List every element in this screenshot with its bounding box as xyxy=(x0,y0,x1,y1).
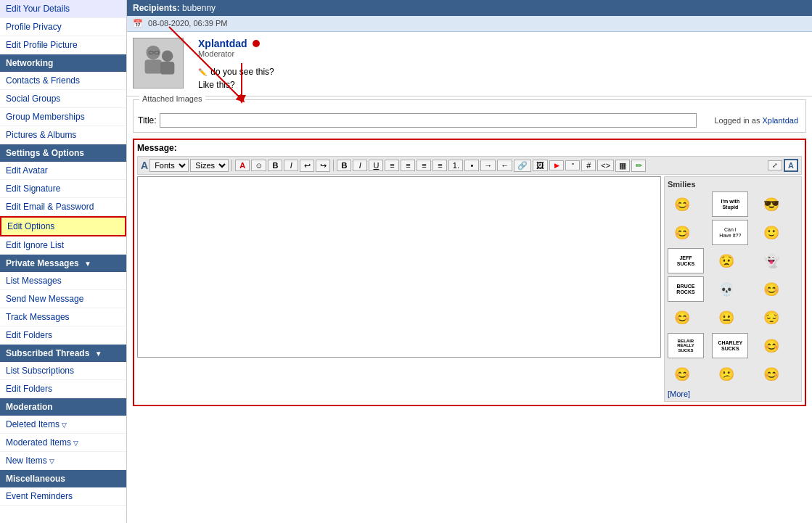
smiley-4[interactable]: 😊 xyxy=(757,276,786,302)
subscribed-threads-arrow: ▼ xyxy=(95,350,102,358)
section-miscellaneous: Miscellaneous xyxy=(0,470,126,487)
font-icon: A xyxy=(141,160,148,171)
eraser-btn[interactable]: ✏ xyxy=(631,160,646,172)
sidebar-item-event-reminders[interactable]: Event Reminders xyxy=(0,487,126,506)
sidebar-item-social-groups[interactable]: Social Groups xyxy=(0,90,126,108)
smiley-2[interactable]: 😊 xyxy=(668,220,697,245)
sidebar-item-edit-folders-2[interactable]: Edit Folders xyxy=(0,380,126,398)
smiley-5[interactable]: 😊 xyxy=(668,305,697,330)
post-content: Xplantdad Moderator ✏️ do you see this? … xyxy=(198,38,806,90)
smiley-bruce-rocks[interactable]: BRUCEROCKS xyxy=(668,276,704,302)
expand-btn[interactable]: ⤢ xyxy=(768,160,782,170)
image-btn[interactable]: 🖼 xyxy=(533,160,548,171)
smiley-charley[interactable]: CHARLEYSUCKS xyxy=(712,333,748,358)
sidebar-item-list-subscriptions[interactable]: List Subscriptions xyxy=(0,362,126,380)
sizes-select[interactable]: Sizes xyxy=(190,159,229,172)
redo-button[interactable]: ↪ xyxy=(316,160,330,172)
smiley-1[interactable]: 😊 xyxy=(668,192,697,217)
username-link[interactable]: Xplantdad xyxy=(198,38,247,49)
smiley-7[interactable]: 😊 xyxy=(668,361,697,387)
undo-button[interactable]: ↩ xyxy=(300,160,314,172)
online-indicator xyxy=(253,40,260,47)
ol-button[interactable]: 1. xyxy=(448,160,463,171)
sidebar-item-edit-ignore-list[interactable]: Edit Ignore List xyxy=(0,236,126,255)
edit-pencil-icon: ✏️ xyxy=(198,68,207,76)
indent-button[interactable]: → xyxy=(480,160,496,171)
sidebar-item-edit-your-details[interactable]: Edit Your Details xyxy=(0,0,126,18)
sidebar-item-group-memberships[interactable]: Group Memberships xyxy=(0,108,126,126)
smiley-can-i-have[interactable]: Can IHave It?? xyxy=(712,220,748,245)
sidebar-item-new-items[interactable]: New Items ▽ xyxy=(0,452,126,470)
youtube-btn[interactable]: ▶ xyxy=(549,160,564,170)
separator-2 xyxy=(333,160,334,171)
smiley-ghost[interactable]: 👻 xyxy=(757,248,786,273)
more-smilies-link[interactable]: [More] xyxy=(668,390,798,398)
smiley-cool[interactable]: 😎 xyxy=(757,192,786,217)
smiley-belair[interactable]: BELAIRREALLYSUCKS xyxy=(668,333,704,358)
title-input[interactable] xyxy=(160,113,697,128)
logged-in-user-link[interactable]: Xplantdad xyxy=(762,116,798,125)
sidebar-item-edit-signature[interactable]: Edit Signature xyxy=(0,180,126,198)
post-date-header: 📅 08-08-2020, 06:39 PM xyxy=(127,16,812,32)
italic-btn2[interactable]: I xyxy=(353,160,367,171)
sidebar-item-list-messages[interactable]: List Messages xyxy=(0,272,126,290)
hash-btn[interactable]: # xyxy=(581,160,596,171)
smiley-sad[interactable]: 😟 xyxy=(712,248,741,273)
message-textarea[interactable] xyxy=(137,176,661,358)
sidebar-item-edit-avatar[interactable]: Edit Avatar xyxy=(0,162,126,180)
sidebar-item-profile-privacy[interactable]: Profile Privacy xyxy=(0,18,126,36)
fonts-select[interactable]: Fonts xyxy=(149,159,189,172)
message-label: Message: xyxy=(137,143,802,153)
private-messages-arrow: ▼ xyxy=(84,260,91,268)
title-row: Title: Logged in as Xplantdad xyxy=(138,113,801,128)
smilies-title: Smilies xyxy=(668,180,798,189)
smiley-stupid[interactable]: I'm withStupid xyxy=(712,192,748,217)
post-body: Xplantdad Moderator ✏️ do you see this? … xyxy=(127,32,812,96)
font-color-button[interactable]: A xyxy=(235,160,250,171)
recipients-bar: Recipients: bubenny xyxy=(127,0,812,16)
svg-rect-4 xyxy=(160,62,174,74)
source-btn[interactable]: A xyxy=(784,159,798,172)
outdent-button[interactable]: ← xyxy=(497,160,512,171)
smiley-6[interactable]: 😊 xyxy=(757,333,786,358)
smiley-confused[interactable]: 😕 xyxy=(712,361,741,387)
section-moderation: Moderation xyxy=(0,398,126,416)
sidebar-item-edit-options[interactable]: Edit Options xyxy=(0,216,126,236)
sidebar-item-send-new-message[interactable]: Send New Message xyxy=(0,290,126,308)
sidebar-item-edit-profile-picture[interactable]: Edit Profile Picture xyxy=(0,36,126,54)
sidebar-item-contacts-friends[interactable]: Contacts & Friends xyxy=(0,72,126,90)
italic-button[interactable]: I xyxy=(284,160,298,171)
sidebar-item-deleted-items[interactable]: Deleted Items ▽ xyxy=(0,416,126,434)
smiley-jeff-sucks[interactable]: JEFFSUCKS xyxy=(668,248,704,273)
quote-btn[interactable]: " xyxy=(565,160,580,170)
post-text-secondary: Like this? xyxy=(198,80,806,90)
smiley-3[interactable]: 🙂 xyxy=(757,220,786,245)
editor-toolbar: A Fonts Sizes A ☺ B I ↩ ↪ B I U ≡ ≡ ≡ ≡ … xyxy=(137,156,802,175)
align-right[interactable]: ≡ xyxy=(417,160,431,171)
sidebar-item-track-messages[interactable]: Track Messages xyxy=(0,308,126,326)
smiley-neutral[interactable]: 😐 xyxy=(712,305,741,330)
bold-btn2[interactable]: B xyxy=(337,160,351,171)
code-btn[interactable]: <> xyxy=(597,160,614,171)
logged-in-bar: Logged in as Xplantdad xyxy=(711,115,801,126)
smiley-down[interactable]: 😔 xyxy=(757,305,786,330)
link-button[interactable]: 🔗 xyxy=(514,160,531,172)
align-justify[interactable]: ≡ xyxy=(432,160,447,171)
sidebar-item-edit-email-password[interactable]: Edit Email & Password xyxy=(0,198,126,216)
attach-legend: Attached Images xyxy=(139,94,205,103)
title-label: Title: xyxy=(138,115,157,125)
smiley-skull[interactable]: 💀 xyxy=(712,276,741,302)
smiley-button[interactable]: ☺ xyxy=(251,160,266,171)
sidebar-item-edit-folders[interactable]: Edit Folders xyxy=(0,326,126,345)
table-btn[interactable]: ▦ xyxy=(615,160,630,172)
editor-area: Smilies 😊 I'm withStupid 😎 😊 Can IHave I… xyxy=(137,176,802,402)
sidebar-item-moderated-items[interactable]: Moderated Items ▽ xyxy=(0,434,126,452)
align-center[interactable]: ≡ xyxy=(401,160,415,171)
ul-button[interactable]: • xyxy=(464,160,479,171)
smiley-8[interactable]: 😊 xyxy=(757,361,786,387)
bold-button[interactable]: B xyxy=(268,160,282,171)
sidebar-item-pictures-albums[interactable]: Pictures & Albums xyxy=(0,126,126,144)
align-left[interactable]: ≡ xyxy=(385,160,399,171)
underline-btn[interactable]: U xyxy=(369,160,383,171)
section-private-messages: Private Messages ▼ xyxy=(0,255,126,272)
